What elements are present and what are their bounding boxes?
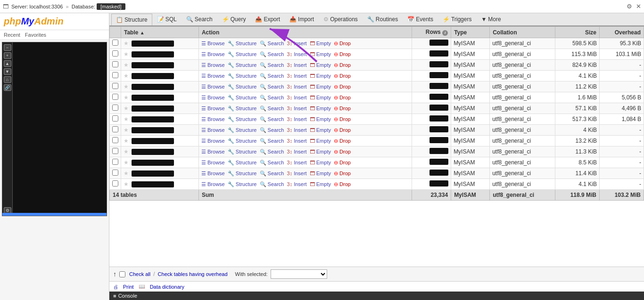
drop-link[interactable]: ⊖ Drop — [334, 105, 351, 111]
search-link[interactable]: 🔍 Search — [260, 84, 286, 89]
scroll-up-btn[interactable]: ▲ — [4, 60, 11, 67]
empty-link[interactable]: 🗖 Empty — [310, 73, 332, 79]
insert-link[interactable]: 3↕ Insert — [287, 127, 308, 133]
insert-link[interactable]: 3↕ Insert — [287, 51, 308, 57]
table-col-header[interactable]: Table ▲ — [121, 27, 199, 38]
search-link[interactable]: 🔍 Search — [260, 116, 286, 122]
star-favorite[interactable]: ★ — [124, 127, 129, 133]
browse-link[interactable]: ☰ Browse — [201, 73, 226, 79]
drop-link[interactable]: ⊖ Drop — [334, 160, 351, 165]
recent-link[interactable]: Recent — [4, 32, 20, 38]
drop-link[interactable]: ⊖ Drop — [334, 170, 351, 176]
with-selected-dropdown[interactable] — [271, 269, 327, 279]
search-link[interactable]: 🔍 Search — [260, 62, 286, 68]
rows-info-icon[interactable]: i — [442, 30, 448, 36]
empty-link[interactable]: 🗖 Empty — [310, 41, 332, 46]
structure-link[interactable]: 🔧 Structure — [228, 105, 258, 111]
search-link[interactable]: 🔍 Search — [260, 41, 286, 46]
row-checkbox[interactable] — [112, 115, 118, 122]
check-overhead-btn[interactable]: Check tables having overhead — [158, 271, 228, 277]
row-checkbox[interactable] — [112, 148, 118, 154]
insert-link[interactable]: 3↕ Insert — [287, 62, 308, 68]
browse-link[interactable]: ☰ Browse — [201, 105, 226, 111]
drop-link[interactable]: ⊖ Drop — [334, 138, 351, 144]
empty-link[interactable]: 🗖 Empty — [310, 127, 332, 133]
structure-link[interactable]: 🔧 Structure — [228, 170, 258, 176]
empty-link[interactable]: 🗖 Empty — [310, 160, 332, 165]
insert-link[interactable]: 3↕ Insert — [287, 170, 308, 176]
browse-link[interactable]: ☰ Browse — [201, 127, 226, 133]
star-favorite[interactable]: ★ — [124, 159, 129, 166]
tab-search[interactable]: 🔍 Search — [182, 13, 217, 25]
insert-link[interactable]: 3↕ Insert — [287, 160, 308, 165]
search-link[interactable]: 🔍 Search — [260, 170, 286, 176]
row-checkbox[interactable] — [112, 180, 118, 186]
tab-triggers[interactable]: ⚡ Triggers — [438, 13, 477, 25]
home-btn[interactable]: ⌂ — [4, 76, 11, 83]
star-favorite[interactable]: ★ — [124, 83, 129, 90]
star-favorite[interactable]: ★ — [124, 62, 129, 68]
empty-link[interactable]: 🗖 Empty — [310, 95, 332, 100]
collapse-btn[interactable]: − — [4, 44, 11, 51]
row-checkbox[interactable] — [112, 159, 118, 165]
structure-link[interactable]: 🔧 Structure — [228, 84, 258, 89]
tab-more[interactable]: ▼ More — [476, 13, 505, 25]
tab-structure[interactable]: 📋 Structure — [111, 14, 152, 25]
structure-link[interactable]: 🔧 Structure — [228, 127, 258, 133]
console-bar[interactable]: ■ Console — [109, 292, 644, 300]
drop-link[interactable]: ⊖ Drop — [334, 62, 351, 68]
settings-icon[interactable]: ⚙ — [627, 3, 632, 10]
tab-query[interactable]: ⚡ Query — [217, 13, 251, 25]
structure-link[interactable]: 🔧 Structure — [228, 95, 258, 100]
browse-link[interactable]: ☰ Browse — [201, 62, 226, 68]
drop-link[interactable]: ⊖ Drop — [334, 95, 351, 100]
browse-link[interactable]: ☰ Browse — [201, 95, 226, 100]
search-link[interactable]: 🔍 Search — [260, 51, 286, 57]
drop-link[interactable]: ⊖ Drop — [334, 149, 351, 154]
row-checkbox[interactable] — [112, 105, 118, 111]
star-favorite[interactable]: ★ — [124, 148, 129, 155]
check-all-btn[interactable]: Check all — [129, 271, 150, 277]
star-favorite[interactable]: ★ — [124, 116, 129, 122]
favorites-link[interactable]: Favorites — [25, 32, 46, 38]
browse-link[interactable]: ☰ Browse — [201, 138, 226, 144]
search-link[interactable]: 🔍 Search — [260, 181, 286, 187]
row-checkbox[interactable] — [112, 126, 118, 132]
tab-export[interactable]: 📤 Export — [250, 13, 285, 25]
insert-link[interactable]: 3↕ Insert — [287, 116, 308, 122]
empty-link[interactable]: 🗖 Empty — [310, 170, 332, 176]
browse-link[interactable]: ☰ Browse — [201, 181, 226, 187]
print-link[interactable]: Print — [123, 284, 134, 290]
empty-link[interactable]: 🗖 Empty — [310, 62, 332, 68]
browse-link[interactable]: ☰ Browse — [201, 149, 226, 154]
empty-link[interactable]: 🗖 Empty — [310, 84, 332, 89]
search-link[interactable]: 🔍 Search — [260, 138, 286, 144]
drop-link[interactable]: ⊖ Drop — [334, 181, 351, 187]
structure-link[interactable]: 🔧 Structure — [228, 41, 258, 46]
star-favorite[interactable]: ★ — [124, 94, 129, 101]
search-link[interactable]: 🔍 Search — [260, 160, 286, 165]
star-favorite[interactable]: ★ — [124, 105, 129, 112]
search-link[interactable]: 🔍 Search — [260, 95, 286, 100]
structure-link[interactable]: 🔧 Structure — [228, 138, 258, 144]
empty-link[interactable]: 🗖 Empty — [310, 138, 332, 144]
browse-link[interactable]: ☰ Browse — [201, 84, 226, 89]
link-btn[interactable]: 🔗 — [4, 84, 11, 91]
browse-link[interactable]: ☰ Browse — [201, 51, 226, 57]
drop-link[interactable]: ⊖ Drop — [334, 41, 351, 46]
tab-sql[interactable]: 📝 SQL — [152, 13, 182, 25]
check-all-checkbox[interactable] — [119, 271, 125, 277]
insert-link[interactable]: 3↕ Insert — [287, 84, 308, 89]
expand-btn[interactable]: + — [4, 52, 11, 59]
search-link[interactable]: 🔍 Search — [260, 127, 286, 133]
insert-link[interactable]: 3↕ Insert — [287, 41, 308, 46]
star-favorite[interactable]: ★ — [124, 73, 129, 79]
empty-link[interactable]: 🗖 Empty — [310, 51, 332, 57]
star-favorite[interactable]: ★ — [124, 170, 129, 177]
tab-import[interactable]: 📥 Import — [285, 13, 319, 25]
insert-link[interactable]: 3↕ Insert — [287, 149, 308, 154]
row-checkbox[interactable] — [112, 50, 118, 57]
drop-link[interactable]: ⊖ Drop — [334, 51, 351, 57]
browse-link[interactable]: ☰ Browse — [201, 41, 226, 46]
star-favorite[interactable]: ★ — [124, 40, 129, 47]
